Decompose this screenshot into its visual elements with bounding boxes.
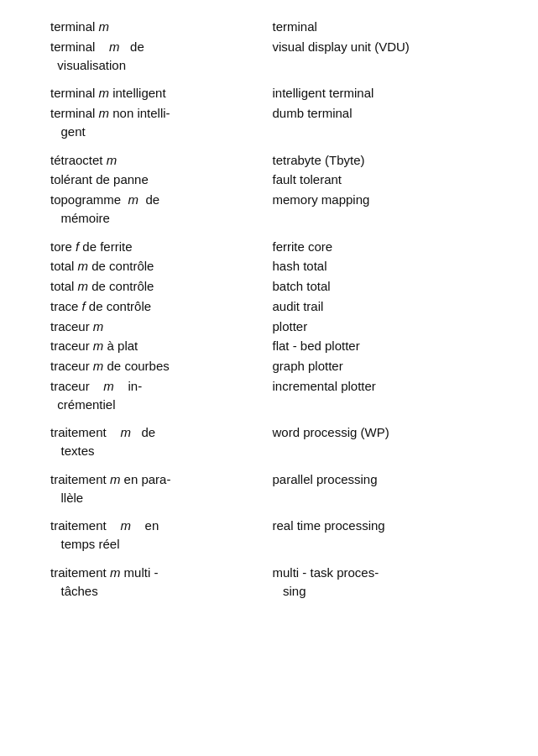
list-item: tolérant de pannefault tolerant (50, 170, 513, 190)
french-term: terminal m intelligent (50, 83, 272, 103)
list-item: tore f de ferriteferrite core (50, 237, 513, 257)
french-term: traitement m en temps réel (50, 516, 272, 554)
english-term: real time processing (272, 516, 513, 554)
french-term: trace f de contrôle (50, 297, 272, 317)
french-term: terminal m (50, 17, 272, 37)
spacer-row (50, 461, 513, 470)
english-term: multi - task proces- sing (272, 563, 513, 601)
dictionary-table: terminal mterminalterminal m de visualis… (50, 17, 513, 601)
list-item: terminal mterminal (50, 17, 513, 37)
english-term: audit trail (272, 297, 513, 317)
english-term: word processig (WP) (272, 423, 513, 461)
list-item: topogramme m de mémoirememory mapping (50, 190, 513, 228)
spacer-row (50, 507, 513, 516)
french-term: topogramme m de mémoire (50, 190, 272, 228)
spacer-row (50, 414, 513, 423)
french-term: traitement m multi - tâches (50, 563, 272, 601)
list-item: traceur mplotter (50, 317, 513, 337)
french-term: traceur m in- crémentiel (50, 376, 272, 415)
english-term: dumb terminal (272, 103, 513, 142)
english-term: graph plotter (272, 356, 513, 376)
list-item: traceur m in- crémentielincremental plot… (50, 376, 513, 415)
english-term: terminal (272, 17, 513, 37)
list-item: total m de contrôlehash total (50, 256, 513, 276)
french-term: tétraoctet m (50, 150, 272, 171)
list-item: traceur m de courbesgraph plotter (50, 356, 513, 376)
list-item: total m de contrôlebatch total (50, 276, 513, 297)
english-term: hash total (272, 256, 513, 276)
spacer-row (50, 142, 513, 150)
english-term: incremental plotter (272, 376, 513, 415)
french-term: terminal m non intelli- gent (50, 103, 272, 142)
list-item: traceur m à platflat - bed plotter (50, 336, 513, 356)
english-term: flat - bed plotter (272, 336, 513, 356)
english-term: memory mapping (272, 190, 513, 228)
list-item: terminal m intelligentintelligent termin… (50, 83, 513, 103)
french-term: tore f de ferrite (50, 237, 272, 257)
list-item: traitement m en para- llèleparallel proc… (50, 470, 513, 508)
english-term: batch total (272, 276, 513, 297)
french-term: traceur m à plat (50, 336, 272, 356)
list-item: trace f de contrôleaudit trail (50, 297, 513, 317)
list-item: terminal m non intelli- gentdumb termina… (50, 103, 513, 142)
english-term: intelligent terminal (272, 83, 513, 103)
spacer-row (50, 228, 513, 237)
french-term: traitement m de textes (50, 423, 272, 461)
list-item: traitement m de textesword processig (WP… (50, 423, 513, 461)
list-item: terminal m de visualisationvisual displa… (50, 37, 513, 76)
list-item: traitement m en temps réelreal time proc… (50, 516, 513, 554)
french-term: total m de contrôle (50, 256, 272, 276)
french-term: terminal m de visualisation (50, 37, 272, 76)
list-item: traitement m multi - tâchesmulti - task … (50, 563, 513, 601)
list-item: tétraoctet mtetrabyte (Tbyte) (50, 150, 513, 171)
english-term: visual display unit (VDU) (272, 37, 513, 76)
english-term: tetrabyte (Tbyte) (272, 150, 513, 171)
french-term: traitement m en para- llèle (50, 470, 272, 508)
french-term: tolérant de panne (50, 170, 272, 190)
page: terminal mterminalterminal m de visualis… (0, 0, 538, 617)
english-term: parallel processing (272, 470, 513, 508)
french-term: total m de contrôle (50, 276, 272, 297)
spacer-row (50, 75, 513, 83)
english-term: plotter (272, 317, 513, 337)
english-term: ferrite core (272, 237, 513, 257)
french-term: traceur m (50, 317, 272, 337)
french-term: traceur m de courbes (50, 356, 272, 376)
spacer-row (50, 554, 513, 563)
english-term: fault tolerant (272, 170, 513, 190)
